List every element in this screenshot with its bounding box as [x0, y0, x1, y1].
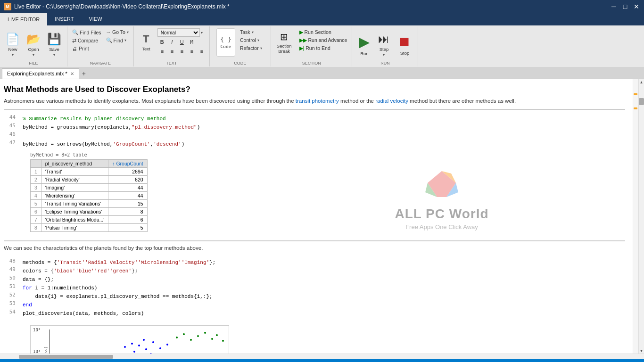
new-icon: 📄: [6, 33, 20, 46]
close-button[interactable]: ✕: [633, 3, 640, 10]
new-tab-button[interactable]: +: [79, 69, 89, 78]
outdent-button[interactable]: ≡: [197, 47, 206, 56]
title-text: Live Editor - C:\Users\gha\Downloads\Non…: [14, 3, 230, 10]
h-scroll-thumb[interactable]: [19, 355, 113, 359]
underline-button[interactable]: U: [177, 38, 187, 46]
right-scrollbar[interactable]: ▲ ▼: [638, 79, 644, 354]
open-label: Open: [28, 47, 39, 52]
section-break-label: SectionBreak: [277, 43, 292, 54]
style-dropdown[interactable]: Normal: [157, 28, 200, 37]
status-bar: [0, 359, 644, 362]
refactor-button[interactable]: Refactor ▾: [238, 44, 264, 52]
transit-link[interactable]: transit photometry: [296, 98, 339, 104]
scroll-down-button[interactable]: ▼: [639, 348, 644, 354]
data-table: pl_discovery_method ↑ GroupCount 1 'Tran…: [30, 159, 148, 232]
stop-label: Stop: [400, 50, 410, 56]
compare-label: Compare: [78, 38, 98, 43]
svg-point-31: [152, 341, 154, 343]
scroll-up-button[interactable]: ▲: [639, 79, 644, 85]
open-icon: 📂: [26, 33, 41, 46]
section-group-label: SECTION: [302, 61, 321, 66]
scroll-thumb[interactable]: [639, 98, 644, 105]
code-line-48: methods = {'Transit' 'Radial Velocity' '…: [23, 258, 625, 267]
step-button[interactable]: ⏭ Step ▾: [374, 28, 393, 61]
table-row: 6 'Eclipse Timing Variations' 8: [31, 208, 148, 216]
stop-button[interactable]: ⏹ Stop: [394, 28, 415, 61]
code-line-52: data{i} = exoplanets.pl_discovery_method…: [23, 292, 625, 301]
maximize-button[interactable]: □: [621, 3, 629, 10]
line-49: 49: [4, 265, 18, 274]
task-button[interactable]: Task ▾: [238, 28, 264, 36]
save-button[interactable]: 💾 Save ▾: [44, 28, 64, 61]
minimize-button[interactable]: ─: [610, 3, 618, 10]
text-icon: T: [143, 33, 149, 45]
indent-button[interactable]: ≡: [187, 47, 197, 56]
line-52: 52: [4, 291, 18, 299]
scatter-chart: 10⁴ 10³ mass): [30, 325, 229, 354]
task-label: Task: [240, 29, 250, 35]
table-meta: byMethod = 8×2 table: [30, 152, 148, 157]
goto-button[interactable]: → Go To ▾: [104, 28, 131, 36]
content-area[interactable]: What Methods are Used to Discover Exopla…: [0, 79, 633, 354]
italic-button[interactable]: I: [167, 38, 177, 46]
ribbon-group-code: { } Code Task ▾ Control ▾ Refactor ▾ COD…: [210, 26, 271, 66]
chart-svg: 10⁴ 10³ mass): [31, 326, 229, 354]
text-button[interactable]: T Text: [137, 30, 156, 54]
section-paragraph-2: We can see the characteristics of the pl…: [4, 244, 625, 252]
velocity-link[interactable]: radial velocity: [375, 98, 408, 104]
monospace-button[interactable]: M: [187, 38, 197, 46]
code-line-51: for i = 1:numel(methods): [23, 284, 625, 292]
tab-live-editor[interactable]: LIVE EDITOR: [0, 13, 47, 25]
find-files-button[interactable]: 🔍 Find Files: [70, 28, 103, 36]
code-icon: { }: [220, 36, 231, 43]
line-47: 47: [4, 139, 18, 147]
run-to-end-button[interactable]: ▶| Run to End: [297, 44, 349, 52]
run-button[interactable]: ▶ Run: [355, 28, 373, 61]
svg-point-45: [204, 332, 206, 334]
control-button[interactable]: Control ▾: [238, 36, 264, 44]
tab-insert[interactable]: INSERT: [47, 13, 81, 25]
code-line-50: data = {};: [23, 275, 625, 284]
scroll-track[interactable]: [639, 85, 644, 348]
code-block-2[interactable]: methods = {'Transit' 'Radial Velocity' '…: [21, 258, 625, 318]
code-line-45: byMethod = groupsummary(exoplanets,"pl_d…: [23, 123, 625, 132]
line-48: 48: [4, 257, 18, 265]
run-icon: ▶: [359, 33, 370, 50]
align-left-button[interactable]: ≡: [157, 47, 167, 56]
tab-view[interactable]: VIEW: [81, 13, 109, 25]
open-button[interactable]: 📂 Open ▾: [24, 28, 43, 61]
ribbon-group-file: 📄 New ▾ 📂 Open ▾ 💾 Save ▾ FILE: [0, 26, 67, 66]
run-section-button[interactable]: ▶ Run Section: [297, 28, 349, 36]
table-row: 4 'Microlensing' 44: [31, 192, 148, 200]
svg-point-47: [216, 334, 218, 336]
svg-point-35: [143, 339, 145, 341]
horizontal-scrollbar[interactable]: [0, 354, 644, 359]
file-tab-close[interactable]: ✕: [70, 71, 74, 76]
svg-point-30: [145, 348, 147, 350]
line-45: 45: [4, 122, 18, 130]
section-break-icon: ⊞: [280, 31, 288, 42]
code-block-1[interactable]: % Summarize results by planet discovery …: [21, 115, 625, 148]
svg-point-46: [211, 338, 213, 340]
find-button[interactable]: 🔍 Find ▾: [104, 36, 131, 44]
svg-point-43: [190, 339, 192, 341]
goto-label: Go To: [112, 29, 125, 35]
line-54: 54: [4, 308, 18, 316]
svg-point-41: [176, 337, 178, 338]
run-to-end-label: Run to End: [305, 45, 330, 51]
new-button[interactable]: 📄 New ▾: [3, 28, 23, 61]
code-line-44: % Summarize results by planet discovery …: [23, 115, 625, 123]
print-button[interactable]: 🖨 Print: [70, 45, 103, 52]
run-advance-button[interactable]: ▶▶ Run and Advance: [297, 36, 349, 44]
step-icon: ⏭: [378, 33, 389, 46]
section-break-button[interactable]: ⊞ SectionBreak: [274, 28, 295, 57]
bold-button[interactable]: B: [157, 38, 167, 46]
file-tab-name: ExploringExoplanets.mlx *: [7, 71, 67, 76]
align-right-button[interactable]: ≡: [177, 47, 187, 56]
compare-button[interactable]: ⇄ Compare: [70, 37, 103, 44]
file-tab[interactable]: ExploringExoplanets.mlx * ✕: [2, 68, 79, 79]
table-header-rownum: [31, 160, 41, 168]
title-bar: M Live Editor - C:\Users\gha\Downloads\N…: [0, 0, 644, 13]
code-button[interactable]: { } Code: [216, 28, 235, 57]
align-center-button[interactable]: ≡: [167, 47, 177, 56]
